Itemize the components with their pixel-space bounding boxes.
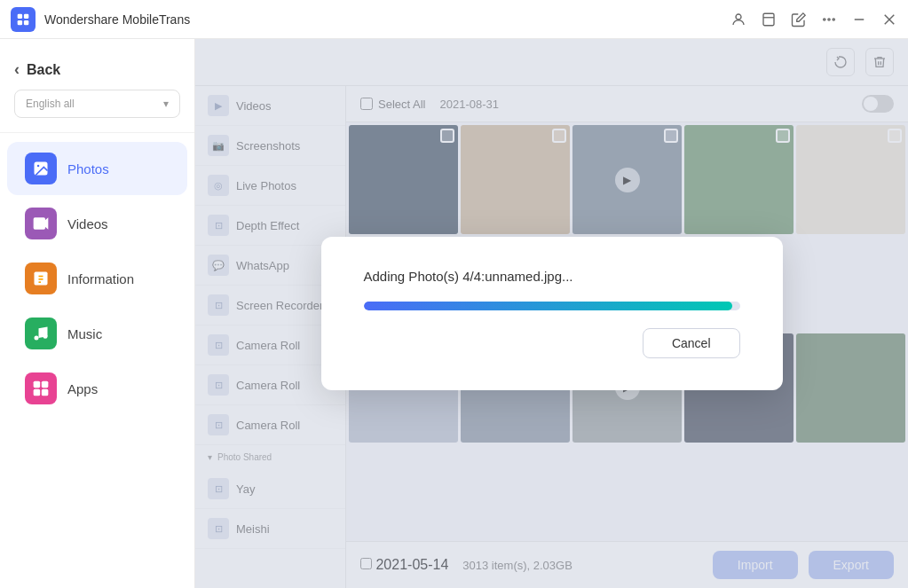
sidebar-item-music[interactable]: Music xyxy=(7,307,187,360)
content-area: ▶ Videos 📷 Screenshots ◎ Live Photos ⊡ D… xyxy=(195,39,908,588)
photos-label: Photos xyxy=(67,161,109,176)
music-icon xyxy=(25,318,57,349)
information-icon xyxy=(25,263,57,294)
bookmark-icon[interactable] xyxy=(761,12,777,27)
svg-rect-14 xyxy=(34,217,45,229)
videos-icon xyxy=(25,208,57,239)
app-icon xyxy=(11,7,36,32)
sidebar-item-information[interactable]: Information xyxy=(7,252,187,305)
title-bar-left: Wondershare MobileTrans xyxy=(11,7,190,32)
sidebar-item-videos[interactable]: Videos xyxy=(7,197,187,250)
main-layout: ‹ Back English all ▾ Photos Videos xyxy=(0,39,908,588)
modal-overlay: Adding Photo(s) 4/4:unnamed.jpg... Cance… xyxy=(195,39,908,588)
svg-point-21 xyxy=(43,334,48,339)
modal-actions: Cancel xyxy=(364,328,740,358)
language-label: English all xyxy=(26,98,75,110)
svg-rect-5 xyxy=(763,13,774,26)
cancel-button[interactable]: Cancel xyxy=(643,328,740,358)
photos-icon xyxy=(25,153,57,184)
apps-icon xyxy=(25,372,57,404)
sidebar-item-photos[interactable]: Photos xyxy=(7,142,187,195)
svg-rect-2 xyxy=(18,20,22,24)
svg-point-20 xyxy=(35,336,39,341)
svg-rect-24 xyxy=(34,389,41,396)
language-selector[interactable]: English all ▾ xyxy=(14,90,180,118)
edit-icon[interactable] xyxy=(791,12,807,27)
svg-point-6 xyxy=(824,18,825,20)
svg-rect-1 xyxy=(24,13,28,18)
sidebar-header: English all ▾ xyxy=(0,82,194,133)
svg-point-4 xyxy=(736,14,741,20)
sidebar-item-apps[interactable]: Apps xyxy=(7,362,187,415)
svg-rect-3 xyxy=(24,20,28,24)
minimize-button[interactable] xyxy=(851,12,867,27)
back-label: Back xyxy=(27,62,60,78)
modal-box: Adding Photo(s) 4/4:unnamed.jpg... Cance… xyxy=(321,237,783,390)
svg-rect-23 xyxy=(42,381,49,388)
title-bar: Wondershare MobileTrans xyxy=(0,0,908,39)
menu-icon[interactable] xyxy=(821,12,837,27)
sidebar-nav: Photos Videos Information Music xyxy=(0,133,194,577)
videos-label: Videos xyxy=(67,216,108,231)
svg-rect-0 xyxy=(18,13,22,18)
progress-bar-container xyxy=(364,302,740,310)
svg-point-8 xyxy=(833,18,834,20)
svg-point-13 xyxy=(37,165,40,168)
apps-label: Apps xyxy=(67,381,98,396)
svg-point-7 xyxy=(828,18,830,20)
close-button[interactable] xyxy=(881,12,897,27)
chevron-down-icon: ▾ xyxy=(163,98,169,110)
music-label: Music xyxy=(67,326,102,341)
back-arrow-icon: ‹ xyxy=(14,60,20,79)
app-title: Wondershare MobileTrans xyxy=(44,12,190,27)
progress-bar-fill xyxy=(364,302,733,310)
information-label: Information xyxy=(67,271,134,286)
svg-rect-22 xyxy=(34,381,41,388)
title-bar-controls xyxy=(730,12,897,27)
svg-rect-25 xyxy=(42,389,49,396)
profile-icon[interactable] xyxy=(730,12,746,27)
modal-message: Adding Photo(s) 4/4:unnamed.jpg... xyxy=(364,269,573,284)
back-button[interactable]: ‹ Back xyxy=(0,50,194,82)
sidebar: ‹ Back English all ▾ Photos Videos xyxy=(0,39,195,588)
